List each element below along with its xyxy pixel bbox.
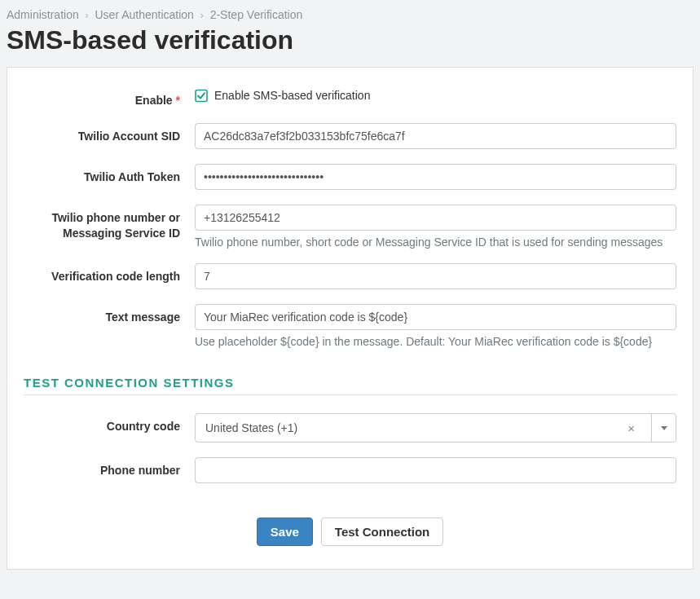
checkbox-checked-icon [195, 89, 208, 102]
twilio-phone-input[interactable] [195, 205, 676, 231]
country-code-select[interactable]: United States (+1) × [195, 413, 676, 443]
save-button[interactable]: Save [257, 518, 313, 546]
country-code-selected-value: United States (+1) [205, 421, 621, 434]
clear-icon[interactable]: × [621, 421, 641, 435]
text-message-input[interactable] [195, 304, 676, 330]
enable-label: Enable * [24, 87, 195, 108]
breadcrumb: Administration › User Authentication › 2… [0, 0, 700, 24]
phone-number-input[interactable] [195, 457, 676, 483]
section-divider [24, 394, 676, 395]
chevron-right-icon: › [200, 10, 204, 21]
text-message-label: Text message [24, 304, 195, 325]
test-connection-button[interactable]: Test Connection [321, 518, 443, 546]
dropdown-toggle[interactable] [651, 414, 676, 442]
enable-checkbox-label: Enable SMS-based verification [214, 89, 370, 102]
code-length-label: Verification code length [24, 263, 195, 284]
twilio-account-sid-input[interactable] [195, 123, 676, 149]
chevron-down-icon [661, 426, 667, 430]
required-asterisk: * [176, 94, 180, 107]
breadcrumb-item-user-authentication[interactable]: User Authentication [95, 8, 193, 21]
settings-panel: Enable * Enable SMS-based verification T… [7, 67, 693, 570]
breadcrumb-item-administration[interactable]: Administration [7, 8, 79, 21]
page-title: SMS-based verification [7, 24, 693, 55]
twilio-account-sid-label: Twilio Account SID [24, 123, 195, 144]
twilio-auth-token-label: Twilio Auth Token [24, 164, 195, 185]
country-code-label: Country code [24, 413, 195, 434]
twilio-phone-label: Twilio phone number or Messaging Service… [24, 205, 195, 241]
chevron-right-icon: › [86, 10, 89, 21]
text-message-help-text: Use placeholder ${code} in the message. … [195, 335, 676, 348]
twilio-auth-token-input[interactable] [195, 164, 676, 190]
twilio-phone-help-text: Twilio phone number, short code or Messa… [195, 236, 676, 249]
code-length-input[interactable] [195, 263, 676, 289]
test-connection-settings-header: TEST CONNECTION SETTINGS [24, 376, 676, 390]
country-code-select-body[interactable]: United States (+1) × [196, 414, 651, 442]
breadcrumb-item-2-step-verification[interactable]: 2-Step Verification [210, 8, 303, 21]
phone-number-label: Phone number [24, 457, 195, 478]
actions-row: Save Test Connection [24, 518, 676, 546]
enable-checkbox[interactable]: Enable SMS-based verification [195, 87, 676, 102]
